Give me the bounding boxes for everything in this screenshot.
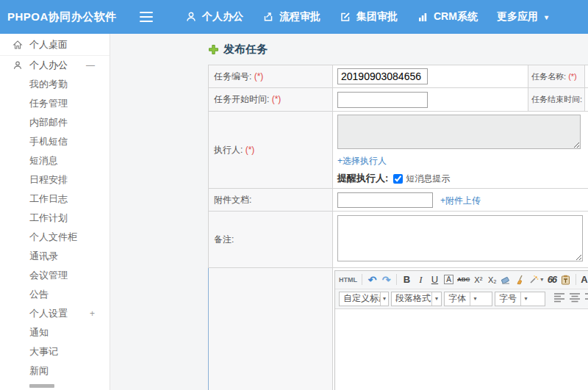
table-row: 任务描述: (*) HTML ↶ ↷ B I U A ABC X² — [209, 268, 588, 390]
top-bar: PHPOA协同办公软件 个人办公 流程审批 集团审批 CRM系统 — [0, 0, 588, 34]
bar-chart-icon — [417, 11, 429, 23]
sidebar: 个人桌面 个人办公 — 我的考勤 任务管理 内部邮件 手机短信 短消息 日程安排… — [0, 34, 110, 390]
remind-executor-label: 提醒执行人: — [337, 172, 388, 185]
task-desc-label: 任务描述: (*) — [209, 268, 333, 390]
html-source-button[interactable]: HTML — [339, 272, 357, 286]
chevron-down-icon: ▾ — [380, 292, 388, 306]
sidebar-group-label: 个人办公 — [29, 59, 68, 72]
edit-icon — [340, 11, 351, 23]
underline-button[interactable]: U — [429, 272, 440, 286]
custom-heading-select[interactable]: 自定义标题▾ — [339, 292, 389, 306]
bold-button[interactable]: B — [401, 272, 412, 286]
sidebar-item-attendance[interactable]: 我的考勤 — [0, 75, 110, 94]
sidebar-item-work-plan[interactable]: 工作计划 — [0, 209, 110, 228]
font-color-button[interactable]: A▾ — [581, 272, 588, 286]
table-row: 任务编号: (*) 任务名称: (*) — [209, 65, 588, 88]
sidebar-item-work-log[interactable]: 工作日志 — [0, 189, 110, 209]
sidebar-item-file-cabinet[interactable]: 个人文件柜 — [0, 228, 110, 247]
choose-executor-link[interactable]: +选择执行人 — [337, 156, 387, 166]
sidebar-item-label: 个人桌面 — [29, 38, 68, 51]
remark-label: 备注: — [209, 212, 333, 268]
sidebar-item-task-management[interactable]: 任务管理 — [0, 94, 110, 113]
start-time-label: 任务开始时间: (*) — [209, 88, 333, 112]
sidebar-submenu: 我的考勤 任务管理 内部邮件 手机短信 短消息 日程安排 工作日志 工作计划 个… — [0, 75, 110, 380]
superscript-button[interactable]: X² — [473, 272, 484, 286]
sidebar-item-memorabilia[interactable]: 大事记 — [0, 342, 110, 361]
chevron-down-icon: ▾ — [545, 13, 548, 21]
font-size-select[interactable]: 字号▾ — [495, 292, 545, 306]
executor-label: 执行人: (*) — [209, 112, 333, 189]
app-logo: PHPOA协同办公软件 — [0, 10, 110, 24]
end-time-label: 任务结束时间: (*) — [528, 88, 585, 112]
sidebar-item-sms[interactable]: 手机短信 — [0, 132, 110, 151]
blockquote-button[interactable]: 66 — [546, 272, 557, 286]
chevron-down-icon: ▾ — [431, 292, 441, 306]
sidebar-item-partial[interactable] — [0, 380, 110, 390]
start-time-input[interactable] — [337, 92, 428, 108]
nav-more-apps[interactable]: 更多应用 ▾ — [497, 10, 548, 24]
sidebar-item-personal-settings[interactable]: 个人设置+ — [0, 304, 110, 323]
nav-group-approval[interactable]: 集团审批 — [340, 10, 398, 24]
remark-textarea[interactable] — [337, 215, 583, 261]
home-icon — [12, 40, 23, 50]
boxed-a-button[interactable]: A — [444, 275, 453, 284]
redo-icon[interactable]: ↷ — [381, 272, 392, 286]
paste-as-text-icon[interactable] — [560, 272, 571, 286]
executor-textarea[interactable] — [337, 115, 581, 149]
undo-icon[interactable]: ↶ — [367, 272, 378, 286]
sidebar-item-contacts[interactable]: 通讯录 — [0, 247, 110, 266]
magic-wand-icon[interactable]: ▾ — [528, 272, 543, 286]
sidebar-item-news[interactable]: 新闻 — [0, 361, 110, 380]
nav-label: 更多应用 — [497, 10, 538, 24]
editor-content-area[interactable] — [335, 309, 588, 390]
nav-crm-system[interactable]: CRM系统 — [417, 10, 478, 24]
plus-icon — [208, 44, 219, 55]
table-row: 备注: — [209, 212, 588, 268]
nav-label: 流程审批 — [279, 10, 320, 24]
clean-format-broom-icon[interactable] — [514, 272, 526, 286]
attachment-label: 附件文档: — [209, 189, 333, 212]
subscript-button[interactable]: X₂ — [487, 272, 498, 286]
sidebar-item-meeting[interactable]: 会议管理 — [0, 266, 110, 285]
chevron-down-icon: ▾ — [520, 292, 531, 306]
page-title-text: 发布任务 — [223, 43, 268, 57]
sidebar-item-announcement[interactable]: 公告 — [0, 285, 110, 304]
sms-remind-checkbox[interactable] — [393, 174, 403, 184]
task-name-label: 任务名称: (*) — [528, 65, 585, 88]
editor-toolbar-row1: HTML ↶ ↷ B I U A ABC X² X₂ — [335, 271, 588, 289]
paragraph-format-select[interactable]: 段落格式▾ — [391, 292, 442, 306]
sidebar-item-internal-mail[interactable]: 内部邮件 — [0, 113, 110, 132]
table-row: 执行人: (*) +选择执行人 提醒执行人: 短消息提示 — [209, 112, 588, 189]
sidebar-item-desktop[interactable]: 个人桌面 — [0, 34, 110, 56]
font-family-select[interactable]: 字体▾ — [444, 292, 492, 306]
collapse-icon[interactable]: — — [86, 60, 95, 71]
eraser-icon[interactable] — [501, 272, 512, 286]
table-row: 任务开始时间: (*) 任务结束时间: (*) — [209, 88, 588, 112]
align-center-icon[interactable] — [569, 292, 581, 305]
align-right-icon[interactable] — [584, 292, 588, 305]
main-content: 发布任务 任务编号: (*) 任务名称: (*) 任务开始时间: (*) 任务结… — [110, 34, 588, 390]
page-title: 发布任务 — [208, 43, 268, 57]
nav-personal-office[interactable]: 个人办公 — [185, 10, 243, 24]
strikethrough-button[interactable]: ABC — [457, 272, 470, 286]
attachment-input[interactable] — [337, 192, 433, 208]
nav-workflow-approval[interactable]: 流程审批 — [262, 10, 320, 24]
task-no-label: 任务编号: (*) — [209, 65, 333, 88]
top-nav: 个人办公 流程审批 集团审批 CRM系统 更多应用 ▾ — [166, 10, 548, 24]
attachment-upload-link[interactable]: +附件上传 — [440, 195, 481, 206]
chevron-down-icon: ▾ — [540, 276, 543, 283]
italic-button[interactable]: I — [415, 272, 426, 286]
sidebar-item-short-message[interactable]: 短消息 — [0, 151, 110, 170]
hamburger-menu-icon[interactable] — [140, 12, 153, 22]
flow-icon — [262, 11, 274, 23]
nav-label: 集团审批 — [356, 10, 398, 24]
align-left-icon[interactable] — [553, 292, 565, 305]
sms-remind-label: 短消息提示 — [406, 173, 450, 185]
task-no-input[interactable] — [337, 68, 428, 84]
sidebar-group-personal-office[interactable]: 个人办公 — — [0, 56, 110, 75]
expand-icon[interactable]: + — [90, 304, 95, 323]
sidebar-item-schedule[interactable]: 日程安排 — [0, 170, 110, 189]
nav-label: CRM系统 — [434, 10, 478, 24]
table-row: 附件文档: +附件上传 — [209, 189, 588, 212]
sidebar-item-notice[interactable]: 通知 — [0, 323, 110, 342]
